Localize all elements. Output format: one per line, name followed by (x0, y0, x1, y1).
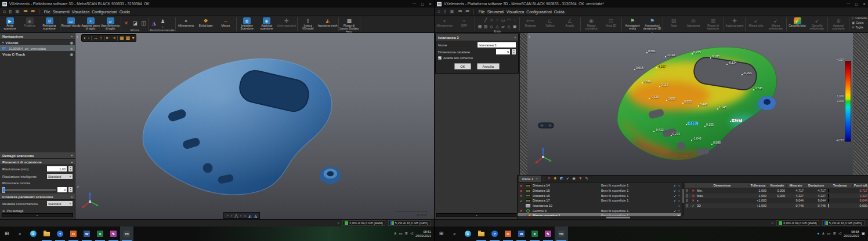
close-icon[interactable]: ✕ (429, 2, 432, 6)
deviation-annotation[interactable]: 0,155 (706, 123, 714, 126)
toolbar-importare-scansione[interactable]: ⊕Importare Scansione (237, 16, 257, 31)
maximize-icon[interactable]: ▢ (421, 2, 424, 6)
splitter-hatch-left[interactable] (520, 33, 527, 175)
toolbar-reimposta-scansione[interactable]: ↺Reimposta scansione (39, 16, 59, 31)
dimension-row-s[interactable]: ✕s+1,0009,0449,0448,044 (685, 198, 868, 203)
toolbar-allineamento[interactable]: ⌖Allineamento (435, 16, 454, 27)
tray-icon[interactable]: ≋ (833, 232, 836, 236)
deviation-annotation[interactable]: 0,588 (713, 141, 721, 144)
tray-icon[interactable]: ▭ (827, 232, 830, 236)
list-item-istantanea-10[interactable]: Istantanea 10∨ (518, 203, 681, 209)
checkbox[interactable] (686, 189, 688, 192)
mesh-icon[interactable]: ◭ (673, 214, 675, 216)
toolbar-aggiungi-parte[interactable]: ✚Aggiungi parte (725, 16, 744, 27)
deviation-annotation[interactable]: 0,501 (648, 50, 656, 53)
deviation-annotation[interactable]: -1,046 (693, 137, 701, 140)
panel-tool-icon[interactable]: ✕ (547, 177, 550, 181)
deviation-annotation[interactable]: -0,801 (688, 122, 698, 125)
checkbox-cell[interactable] (685, 189, 690, 192)
toolbar-aggiungi-scansione[interactable]: ⊕Aggiungi scansione (257, 16, 277, 31)
taskbar-app-office[interactable]: O (67, 227, 80, 241)
toolbar-cancella[interactable]: ▷Cancella (852, 16, 867, 20)
fit-screen-checkbox[interactable]: ✓ (438, 56, 442, 60)
chevron-down-icon[interactable]: ∨ (678, 199, 680, 202)
spinner-control[interactable]: ▲▼ (512, 49, 516, 54)
taskbar-app-excel[interactable]: X (93, 227, 107, 241)
taskbar-app-help[interactable]: ? (53, 227, 67, 241)
deviation-annotation[interactable]: 0,446 (700, 103, 707, 106)
panel-tool-icon[interactable]: ◉ (572, 177, 576, 181)
list-item-distanza-16[interactable]: ✕Distanza 16Best fit superficie 1➹∨ (518, 193, 681, 198)
panel-tool-icon[interactable]: ✎ (585, 177, 588, 181)
toolbar-angolo[interactable]: ∠Angolo (560, 16, 580, 27)
title-bar[interactable]: VX VXelements - Piattaforma software 3D … (435, 0, 868, 8)
list-item-distanza-17[interactable]: ✓Distanza 17Best fit superficie 1➹∨ (518, 198, 681, 203)
dimension-row-3d[interactable]: ✓3D+1,0000,7460,7460,000 (685, 203, 868, 209)
chevron-down-icon[interactable]: ∨ (678, 189, 680, 192)
toolbar-invia-a-vxmodel[interactable]: ⇪Invia a VXmodel (298, 16, 318, 31)
minimize-icon[interactable]: — (413, 2, 416, 6)
collapse-icon[interactable]: ▴ (515, 36, 516, 39)
dropdown-caret[interactable]: ▾ (231, 214, 232, 217)
toolbar-modalita-automatica[interactable]: ♟▾ (158, 17, 167, 28)
toolbar-copia[interactable]: ▣Copia (852, 21, 867, 24)
chevron-down-icon[interactable]: ∨ (678, 184, 680, 187)
deviation-annotation[interactable]: 0,610 (643, 80, 651, 83)
taskbar-app-designer[interactable]: ✎ (107, 227, 120, 241)
tree-item-vxscan[interactable]: ▾VXscan◉ (0, 39, 75, 45)
dropdown-caret[interactable]: ▾ (162, 25, 163, 28)
menu-configurazioni[interactable]: Configurazioni (91, 10, 118, 14)
3d-viewport[interactable]: ‹ ◐▾↔↕⇤⇥▦▩▾ (75, 33, 434, 219)
taskbar-app-help[interactable]: ? (488, 227, 501, 241)
toolbar-ispeziona-mesh[interactable]: ◭Ispeziona mesh (318, 16, 338, 27)
list-item-mappa-cromatica-1[interactable]: ✓Mappa cromatica 1Best fit superficie 1◭… (518, 213, 681, 216)
expand-icon[interactable]: ▾ (71, 154, 73, 157)
toolbar-misura-tutto[interactable]: ➹Misura tutto (746, 16, 766, 27)
menu-file[interactable]: File (478, 10, 486, 14)
toolbar-finalizza[interactable]: ◆Finalizza (20, 16, 39, 27)
visibility-eye-icon[interactable]: ◉ (70, 46, 73, 50)
spinner-control[interactable]: ▲▼ (68, 187, 73, 192)
list-item-cerchio-9[interactable]: ✕Cerchio 9Best fit superficie 1➹∨ (518, 208, 681, 213)
3d-viewport[interactable]: ‹ (527, 33, 853, 175)
checkbox-cell[interactable] (685, 199, 690, 202)
probe-icon[interactable]: ➹ (674, 184, 677, 187)
tray-icon[interactable]: ● (818, 232, 820, 236)
entity-icon[interactable]: △ (494, 23, 500, 30)
slider-handle[interactable] (2, 187, 5, 193)
visibility-eye-icon[interactable]: ◉ (70, 52, 73, 56)
toolbar-allineamento[interactable]: ⌖Allineamento (176, 16, 196, 27)
toolbar-vista-2d[interactable]: ◫Vista 2D (601, 16, 621, 27)
scanned-part-mesh[interactable] (104, 43, 366, 214)
entity-icon[interactable]: ▥ (483, 23, 489, 30)
taskbar-app-edge[interactable]: e (27, 227, 40, 241)
deviation-annotation[interactable]: -0,142 (667, 54, 675, 57)
viewport-tool-icon[interactable]: ↕ (100, 36, 102, 41)
viewport-tool-icon[interactable]: ⇥ (112, 36, 116, 41)
entity-icon[interactable]: ▣ (512, 23, 518, 30)
deviation-annotation[interactable]: 0,108 (712, 55, 719, 58)
view-tool-icon[interactable]: ◔ (226, 214, 229, 218)
dropdown-caret[interactable]: ▾ (88, 36, 89, 39)
taskbar-app-designer[interactable]: ✎ (541, 227, 555, 241)
tab-parte-1[interactable]: Parte 1 ▾ (519, 176, 541, 182)
deviation-annotation[interactable]: -0,432 (655, 129, 664, 132)
export-session-icon[interactable]: ⮫ (465, 9, 469, 14)
deviation-annotation[interactable]: 0,275 (693, 51, 701, 54)
probe-icon[interactable]: ➹ (674, 194, 677, 198)
deviation-annotation[interactable]: 0,618 (636, 67, 643, 70)
tray-icon[interactable]: ∧ (394, 232, 397, 236)
viewport-tool-icon[interactable]: ▩ (126, 36, 131, 41)
menu-visualizza[interactable]: Visualizza (71, 10, 91, 14)
entity-icon[interactable]: ▭ (500, 17, 506, 23)
view-tool-icon[interactable]: ⋀ (234, 214, 238, 218)
minimize-icon[interactable]: — (847, 2, 850, 6)
viewport-tool-icon[interactable]: ↔ (93, 36, 98, 41)
visibility-eye-icon[interactable]: ◉ (70, 41, 73, 45)
deviation-annotation[interactable]: 0,099 (668, 97, 675, 100)
collapse-icon[interactable]: ▴ (71, 195, 73, 198)
tray-icon[interactable]: ≋ (405, 232, 408, 236)
toolbar-aggiungi-scansione[interactable]: ⊕Aggiungi scansione (829, 16, 848, 31)
taskbar-app-office[interactable]: O (501, 227, 515, 241)
deviation-annotation[interactable]: 4,327 (657, 65, 667, 68)
